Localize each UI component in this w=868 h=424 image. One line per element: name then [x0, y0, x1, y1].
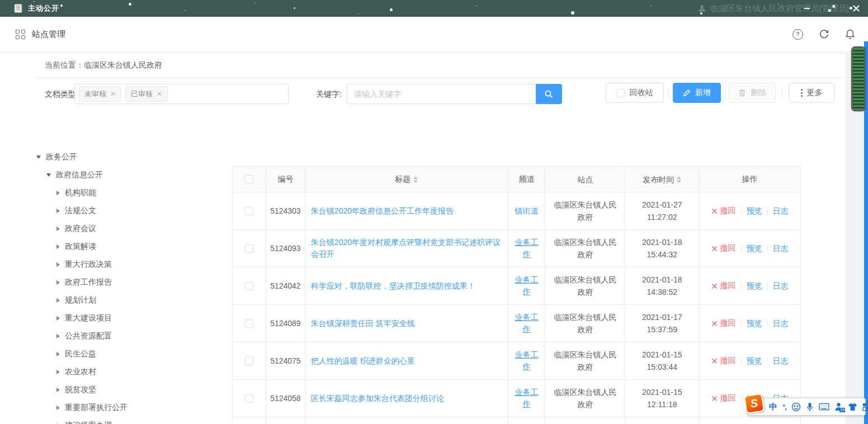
scrollbar-thumb[interactable] [851, 46, 866, 111]
recycle-bin-button[interactable]: 回收站 [606, 83, 664, 103]
tree-item[interactable]: 政务公开 [26, 148, 228, 166]
maximize-button[interactable] [828, 4, 836, 12]
row-checkbox[interactable] [245, 244, 253, 253]
tree-item-label: 政策解读 [65, 242, 96, 252]
row-channel-link[interactable]: 业务工作 [513, 312, 541, 335]
close-button[interactable] [852, 4, 860, 12]
tree-item[interactable]: 政府工作报告 [26, 274, 228, 291]
tree-item[interactable]: 重要部署执行公开 [26, 399, 228, 417]
caret-right-icon[interactable] [56, 209, 60, 213]
row-checkbox[interactable] [245, 319, 253, 328]
row-channel-link[interactable]: 业务工作 [513, 349, 541, 373]
recall-button[interactable]: 撤回 [711, 393, 736, 403]
col-header-title[interactable]: 标题 [305, 167, 508, 192]
ime-toolbox-icon[interactable] [862, 403, 868, 411]
ime-language-mode[interactable]: 中 [769, 402, 777, 412]
log-button[interactable]: 日志 [773, 243, 789, 255]
tree-item[interactable]: 法规公文 [26, 202, 228, 220]
tree-item[interactable]: 脱贫攻坚 [26, 381, 228, 399]
row-channel-link[interactable]: 业务工作 [513, 274, 541, 298]
tag-close-icon[interactable]: ✕ [157, 90, 162, 98]
row-checkbox[interactable] [245, 357, 253, 365]
recall-button[interactable]: 撤回 [711, 243, 736, 253]
caret-right-icon[interactable] [56, 298, 60, 303]
tree-item[interactable]: 公共资源配置 [26, 327, 228, 345]
row-actions [699, 417, 801, 424]
ime-voice-icon[interactable] [806, 402, 814, 412]
doc-type-select[interactable]: 未审核 ✕ 已审核 ✕ [74, 84, 289, 104]
refresh-icon[interactable] [818, 29, 829, 40]
row-title-link[interactable]: 把人性的温暖 织进群众的心里 [311, 355, 415, 367]
preview-button[interactable]: 预览 [747, 205, 762, 217]
caret-right-icon[interactable] [56, 370, 60, 374]
tree-item[interactable]: 政府会议 [26, 220, 228, 238]
ime-emoji-icon[interactable] [791, 402, 801, 412]
caret-right-icon[interactable] [56, 262, 60, 267]
caret-right-icon[interactable] [56, 388, 60, 392]
recall-button[interactable]: 撤回 [711, 318, 736, 328]
apps-grid-icon[interactable] [16, 30, 25, 39]
row-title-link[interactable]: 朱台镇2020年度对村观摩点评暨村党支部书记述职评议会召开 [311, 237, 502, 260]
preview-button[interactable]: 预览 [747, 355, 762, 367]
preview-button[interactable]: 预览 [747, 318, 762, 329]
caret-down-icon[interactable] [46, 173, 51, 177]
row-channel-link[interactable]: 镇街道 [515, 205, 538, 217]
tree-item[interactable]: 重大建设项目 [26, 309, 228, 327]
col-header-publish-time[interactable]: 发布时间 [625, 167, 699, 192]
row-title-link[interactable]: 朱台镇深耕责任田 筑牢安全线 [311, 318, 415, 329]
tree-item[interactable]: 机构职能 [26, 184, 228, 202]
tree-item[interactable]: 政府信息公开 [26, 166, 228, 184]
row-checkbox[interactable] [245, 394, 253, 403]
caret-right-icon[interactable] [56, 280, 60, 285]
ime-skin-icon[interactable] [848, 403, 857, 411]
caret-right-icon[interactable] [56, 227, 60, 231]
caret-down-icon[interactable] [36, 156, 41, 159]
log-button[interactable]: 日志 [773, 205, 789, 217]
row-channel-link[interactable]: 业务工作 [513, 237, 541, 260]
log-button[interactable]: 日志 [773, 280, 789, 292]
recall-button[interactable]: 撤回 [711, 281, 736, 291]
caret-right-icon[interactable] [56, 316, 60, 321]
notification-bell-icon[interactable] [845, 29, 856, 40]
ime-keyboard-icon[interactable] [819, 403, 829, 411]
row-checkbox[interactable] [245, 282, 253, 290]
tree-item[interactable]: 建议提案办理 [26, 417, 228, 424]
tree-item[interactable]: 重大行政决策 [26, 256, 228, 274]
sort-icon[interactable] [677, 176, 681, 183]
tree-item[interactable]: 规划计划 [26, 291, 228, 309]
more-button[interactable]: 更多 [789, 83, 834, 103]
tag-close-icon[interactable]: ✕ [110, 90, 116, 98]
row-checkbox-cell [233, 342, 266, 380]
sogou-ime-logo[interactable]: S [744, 393, 765, 414]
row-title-link[interactable]: 区长宋磊同志参加朱台代表团分组讨论 [311, 393, 444, 404]
caret-right-icon[interactable] [56, 334, 60, 338]
tree-item[interactable]: 政策解读 [26, 238, 228, 256]
tree-item[interactable]: 农业农村 [26, 363, 228, 381]
log-button[interactable]: 日志 [773, 355, 789, 367]
ime-punctuation-icon[interactable]: °, [782, 403, 786, 411]
row-checkbox[interactable] [245, 207, 253, 215]
add-button[interactable]: 新增 [673, 83, 721, 103]
row-title-link[interactable]: 科学应对，联防联控，坚决捍卫疫情防控成果！ [311, 280, 475, 292]
help-icon[interactable]: ? [792, 29, 803, 40]
delete-button[interactable]: 删除 [729, 83, 776, 103]
ime-account-icon[interactable]: 19 [834, 402, 843, 411]
caret-right-icon[interactable] [56, 352, 60, 356]
row-channel-link[interactable]: 业务工作 [513, 387, 541, 410]
recycle-bin-checkbox[interactable] [617, 89, 625, 97]
preview-button[interactable]: 预览 [747, 243, 762, 255]
caret-right-icon[interactable] [56, 191, 60, 195]
row-title-link[interactable]: 朱台镇2020年政府信息公开工作年度报告 [311, 205, 454, 217]
tree-item[interactable]: 民生公益 [26, 345, 228, 363]
minimize-button[interactable] [803, 4, 811, 12]
caret-right-icon[interactable] [56, 406, 60, 410]
select-all-checkbox[interactable] [245, 175, 253, 183]
search-button[interactable] [536, 84, 562, 104]
preview-button[interactable]: 预览 [747, 280, 762, 292]
caret-right-icon[interactable] [56, 244, 60, 249]
recall-button[interactable]: 撤回 [711, 206, 736, 216]
keyword-input[interactable] [347, 84, 536, 104]
recall-button[interactable]: 撤回 [711, 356, 736, 366]
log-button[interactable]: 日志 [773, 318, 789, 329]
sort-icon[interactable] [413, 176, 418, 183]
